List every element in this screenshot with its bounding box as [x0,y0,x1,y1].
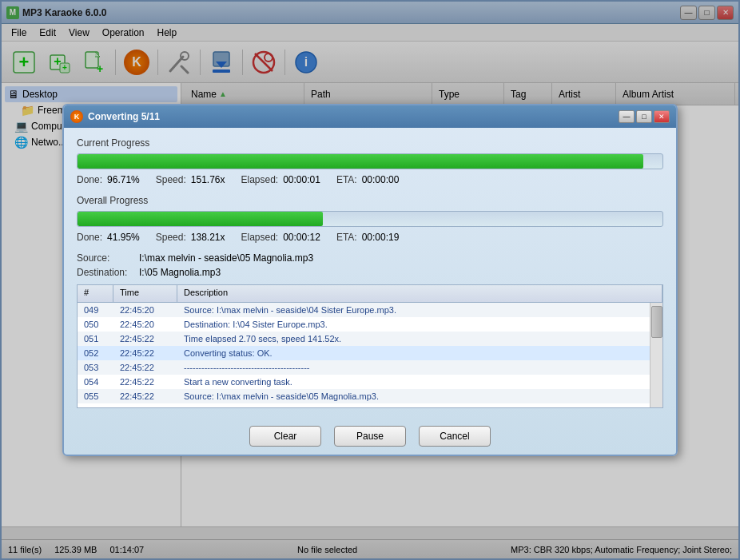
destination-label: Destination: [77,267,133,278]
log-cell-num: 049 [78,304,113,316]
overall-eta-group: ETA: 00:00:19 [336,232,400,243]
current-eta-group: ETA: 00:00:00 [336,174,400,185]
current-done-group: Done: 96.71% [77,174,140,185]
log-header: # Time Description [78,285,662,303]
log-row: 056 22:45:22 Destination: I:\05 Magnolia… [78,403,650,407]
current-eta-label: ETA: [336,174,357,185]
log-cell-desc: Converting status: OK. [177,348,650,359]
current-progress-title: Current Progress [77,137,663,149]
log-cell-desc: Start a new converting task. [177,376,650,387]
overall-done-group: Done: 41.95% [77,232,140,243]
log-cell-time: 22:45:22 [113,376,177,387]
log-cell-desc: Destination: I:\05 Magnolia.mp3. [177,405,650,407]
destination-value: I:\05 Magnolia.mp3 [139,267,221,278]
pause-button[interactable]: Pause [334,426,406,447]
overall-elapsed-group: Elapsed: 00:00:12 [241,232,320,243]
log-row: 052 22:45:22 Converting status: OK. [78,346,650,360]
log-row: 054 22:45:22 Start a new converting task… [78,375,650,389]
source-value: I:\max melvin - seaside\05 Magnolia.mp3 [139,252,313,264]
log-cell-time: 22:45:22 [113,391,177,402]
log-cell-desc: Source: I:\max melvin - seaside\05 Magno… [177,391,650,402]
modal-title-controls: — □ ✕ [619,110,670,123]
log-inner: 049 22:45:20 Source: I:\max melvin - sea… [78,303,662,407]
log-cell-time: 22:45:20 [113,304,177,316]
current-progress-bar [78,154,643,169]
log-col-time-header: Time [113,285,177,302]
source-row: Source: I:\max melvin - seaside\05 Magno… [77,252,663,264]
log-col-desc-header: Description [177,285,662,302]
log-col-num-header: # [78,285,113,302]
current-elapsed-group: Elapsed: 00:00:01 [241,174,320,185]
clear-button[interactable]: Clear [249,426,321,447]
modal-title-left: K Converting 5/11 [70,110,160,123]
overall-elapsed-label: Elapsed: [241,232,278,243]
cancel-button[interactable]: Cancel [419,426,491,447]
overall-speed-group: Speed: 138.21x [156,232,225,243]
modal-overlay: K Converting 5/11 — □ ✕ Current Progress… [0,0,740,560]
overall-progress-bar [78,212,323,226]
log-cell-num: 052 [78,348,113,359]
overall-eta-label: ETA: [336,232,357,243]
log-rows: 049 22:45:20 Source: I:\max melvin - sea… [78,303,650,407]
current-speed-label: Speed: [156,174,186,185]
modal-close-button[interactable]: ✕ [654,110,670,123]
log-cell-num: 051 [78,333,113,344]
log-row: 055 22:45:22 Source: I:\max melvin - sea… [78,389,650,403]
log-container: # Time Description 049 22:45:20 Source: … [77,284,663,408]
overall-speed-value: 138.21x [191,232,225,243]
current-elapsed-value: 00:00:01 [283,174,320,185]
overall-done-value: 41.95% [107,232,140,243]
log-row: 053 22:45:22 ---------------------------… [78,360,650,375]
log-cell-time: 22:45:22 [113,405,177,407]
overall-progress-stats: Done: 41.95% Speed: 138.21x Elapsed: 00:… [77,232,663,243]
log-cell-time: 22:45:22 [113,333,177,344]
current-speed-group: Speed: 151.76x [156,174,225,185]
log-cell-num: 056 [78,405,113,407]
modal-body: Current Progress Done: 96.71% Speed: 151… [64,128,676,418]
log-cell-num: 050 [78,319,113,330]
log-row: 050 22:45:20 Destination: I:\04 Sister E… [78,317,650,332]
current-done-label: Done: [77,174,102,185]
log-scroll-thumb[interactable] [651,306,662,338]
current-elapsed-label: Elapsed: [241,174,278,185]
log-cell-num: 055 [78,391,113,402]
overall-progress-bar-container [77,211,663,227]
log-cell-desc: ----------------------------------------… [177,362,650,373]
overall-progress-title: Overall Progress [77,195,663,206]
log-row: 051 22:45:22 Time elapsed 2.70 secs, spe… [78,332,650,346]
log-cell-time: 22:45:22 [113,362,177,373]
source-label: Source: [77,252,133,264]
dialog-buttons: Clear Pause Cancel [64,418,676,455]
log-cell-num: 054 [78,376,113,387]
current-eta-value: 00:00:00 [362,174,400,185]
log-cell-desc: Source: I:\max melvin - seaside\04 Siste… [177,304,650,316]
current-done-value: 96.71% [107,174,140,185]
modal-icon: K [70,110,83,123]
modal-titlebar: K Converting 5/11 — □ ✕ [64,105,676,128]
log-row: 049 22:45:20 Source: I:\max melvin - sea… [78,303,650,317]
converting-dialog: K Converting 5/11 — □ ✕ Current Progress… [62,104,678,456]
modal-minimize-button[interactable]: — [619,110,635,123]
current-progress-stats: Done: 96.71% Speed: 151.76x Elapsed: 00:… [77,174,663,185]
current-progress-bar-container [77,153,663,169]
destination-row: Destination: I:\05 Magnolia.mp3 [77,267,663,278]
overall-eta-value: 00:00:19 [362,232,400,243]
overall-elapsed-value: 00:00:12 [283,232,320,243]
overall-done-label: Done: [77,232,102,243]
log-cell-num: 053 [78,362,113,373]
log-scrollbar[interactable] [650,303,662,407]
modal-maximize-button[interactable]: □ [636,110,652,123]
log-cell-time: 22:45:20 [113,319,177,330]
log-cell-desc: Destination: I:\04 Sister Europe.mp3. [177,319,650,330]
overall-speed-label: Speed: [156,232,186,243]
modal-title: Converting 5/11 [88,111,160,122]
log-cell-desc: Time elapsed 2.70 secs, speed 141.52x. [177,333,650,344]
log-cell-time: 22:45:22 [113,348,177,359]
current-speed-value: 151.76x [191,174,225,185]
